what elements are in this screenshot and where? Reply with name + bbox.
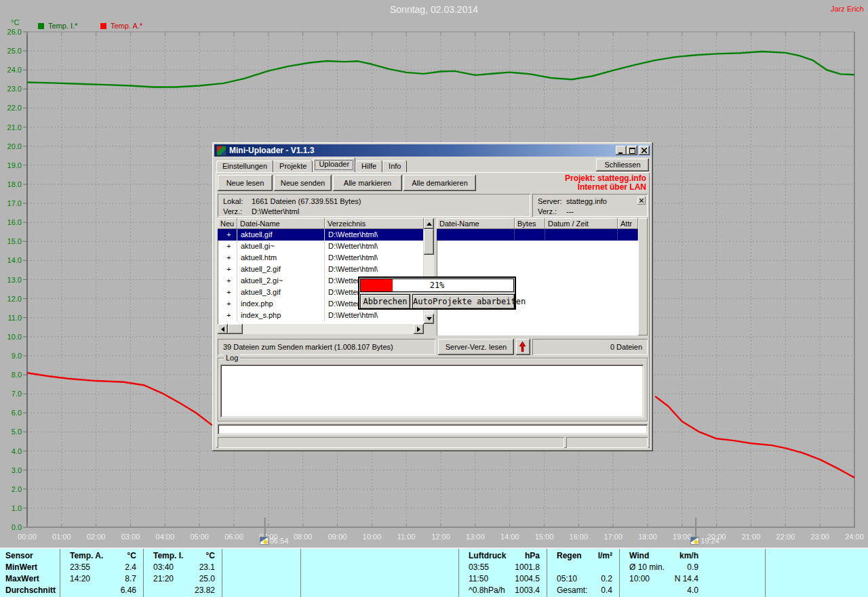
sensor-value	[452, 573, 458, 585]
file-row[interactable]: +aktuell.gi~D:\Wetter\html\	[218, 241, 424, 252]
hscroll-thumb[interactable]	[228, 324, 243, 334]
sensor-unit: l/m²	[598, 550, 619, 562]
file-cell: +	[218, 264, 237, 275]
y-tick-label: 10.0	[7, 333, 22, 341]
local-table-header-2[interactable]: Datei-Name	[237, 218, 325, 229]
server-selected-row[interactable]	[437, 229, 638, 241]
log-output-area[interactable]	[220, 365, 644, 417]
server-dir-path: ---	[566, 207, 574, 215]
file-cell: +	[218, 310, 237, 321]
server-table-header-2[interactable]: Bytes	[515, 218, 545, 229]
y-tick-label: 22.0	[7, 104, 22, 112]
progress-percent-label: 21%	[361, 279, 513, 291]
sunset-icon	[690, 537, 699, 545]
scroll-left-icon[interactable]	[218, 324, 228, 334]
sensor-row-label: Durchschnitt	[0, 585, 60, 596]
file-cell: +	[218, 298, 237, 310]
sensor-value	[861, 562, 868, 573]
x-tick-label: 00:00	[18, 533, 37, 541]
tab-hilfe[interactable]: Hilfe	[355, 161, 382, 172]
sensor-value: 6.46	[121, 585, 143, 596]
x-tick-label: 01:00	[52, 533, 71, 541]
file-cell	[618, 229, 638, 241]
x-tick-label: 19:00	[673, 533, 692, 541]
toolbar-button-alle-demarkieren[interactable]: Alle demarkieren	[403, 175, 476, 191]
autoprojekte-button[interactable]: AutoProjekte abarbeiten	[412, 294, 515, 309]
sensor-group-empty-3	[300, 549, 458, 597]
server-table-header-3[interactable]: Datum / Zeit	[545, 218, 618, 229]
server-file-count: 0 Dateien	[532, 339, 648, 355]
sensor-time: Gesamt:	[547, 585, 587, 596]
file-row[interactable]: +aktuell_2.gifD:\Wetter\html\	[218, 264, 424, 275]
file-cell	[545, 229, 618, 241]
sensor-time: 05:10	[547, 573, 577, 585]
sensor-unit: °C	[127, 550, 143, 562]
file-cell: aktuell_3.gif	[237, 287, 325, 298]
x-tick-label: 12:00	[431, 533, 450, 541]
tab-uploader[interactable]: Uploader	[313, 158, 355, 172]
tab-info[interactable]: Info	[382, 161, 407, 172]
vscroll-thumb[interactable]	[424, 229, 434, 255]
read-server-dir-button[interactable]: Server-Verz. lesen	[438, 339, 514, 355]
sensor-value: 25.0	[199, 573, 222, 585]
server-table-header-1[interactable]: Datei-Name	[437, 218, 515, 229]
sensor-value: 1004.5	[515, 573, 547, 585]
sensor-time	[222, 562, 232, 573]
tab-einstellungen[interactable]: Einstellungen	[216, 161, 273, 172]
file-row[interactable]: +aktuell.gifD:\Wetter\html\	[218, 229, 424, 241]
sensor-group-wind: Windkm/hØ 10 min.0.910:00N 14.44.0	[619, 549, 765, 597]
sensor-time	[301, 585, 311, 596]
sensor-value: 4.0	[687, 585, 765, 596]
file-row[interactable]: +aktuell.htmD:\Wetter\html\	[218, 252, 424, 264]
sensor-row-labels: SensorMinWertMaxWertDurchschnitt	[0, 549, 60, 596]
sensor-time: 03:55	[459, 562, 489, 573]
sensor-time	[222, 573, 232, 585]
schliessen-button[interactable]: Schliessen	[596, 159, 649, 171]
sensor-group-temp-i-: Temp. I.°C03:4023.121:2025.023.82	[143, 549, 222, 597]
sensor-unit: km/h	[679, 550, 765, 562]
server-table-scroll-filler	[638, 218, 648, 335]
x-tick-label: 13:00	[466, 533, 485, 541]
x-tick-label: 15:00	[535, 533, 554, 541]
upload-arrow-button[interactable]	[516, 339, 530, 355]
toolbar-button-alle-markieren[interactable]: Alle markieren	[333, 175, 402, 191]
x-tick-label: 16:00	[570, 533, 589, 541]
file-row[interactable]: +index_s.phpD:\Wetter\html\	[218, 310, 424, 321]
sensor-time	[766, 562, 775, 573]
local-table-header-3[interactable]: Verzeichnis	[325, 218, 424, 229]
scroll-down-icon[interactable]	[424, 314, 434, 324]
toolbar-button-neue-senden[interactable]: Neue senden	[274, 175, 332, 191]
window-titlebar[interactable]: Mini-Uploader - V1.1.3	[214, 144, 651, 157]
toolbar-button-neue-lesen[interactable]: Neue lesen	[218, 175, 273, 191]
sensor-time: ^0.8hPa/h	[459, 585, 505, 596]
scroll-up-icon[interactable]	[424, 218, 434, 229]
x-tick-label: 18:00	[638, 533, 657, 541]
close-button-icon[interactable]	[639, 146, 650, 155]
current-file-field[interactable]	[218, 424, 648, 434]
minimize-button-icon[interactable]	[616, 146, 627, 155]
server-table-header-4[interactable]: Attr	[618, 218, 638, 229]
y-tick-label: 14.0	[7, 256, 22, 264]
series-temp-a-	[27, 373, 212, 425]
local-table-header-1[interactable]: Neu	[218, 218, 237, 229]
server-panel-close-icon[interactable]	[637, 197, 646, 205]
sensor-value	[452, 562, 458, 573]
file-cell: +	[218, 287, 237, 298]
y-tick-label: 9.0	[12, 352, 22, 360]
upload-progress-bar: 21%	[360, 279, 514, 292]
y-tick-label: 15.0	[7, 237, 22, 245]
y-tick-label: 1.0	[12, 504, 22, 512]
sensor-value: N 14.4	[675, 573, 765, 585]
sensor-time: 03:40	[144, 562, 174, 573]
abbrechen-button[interactable]: Abbrechen	[360, 294, 410, 309]
local-table-hscrollbar[interactable]	[218, 324, 424, 334]
y-tick-label: 12.0	[7, 295, 22, 303]
file-cell: D:\Wetter\html\	[325, 264, 424, 275]
x-tick-label: 08:00	[294, 533, 313, 541]
maximize-button-icon[interactable]	[627, 146, 637, 155]
sensor-name: Regen	[547, 550, 582, 562]
statusbar-panel-left	[218, 437, 564, 448]
scroll-right-icon[interactable]	[414, 324, 424, 334]
file-cell: D:\Wetter\html\	[325, 241, 424, 252]
tab-projekte[interactable]: Projekte	[273, 161, 313, 172]
